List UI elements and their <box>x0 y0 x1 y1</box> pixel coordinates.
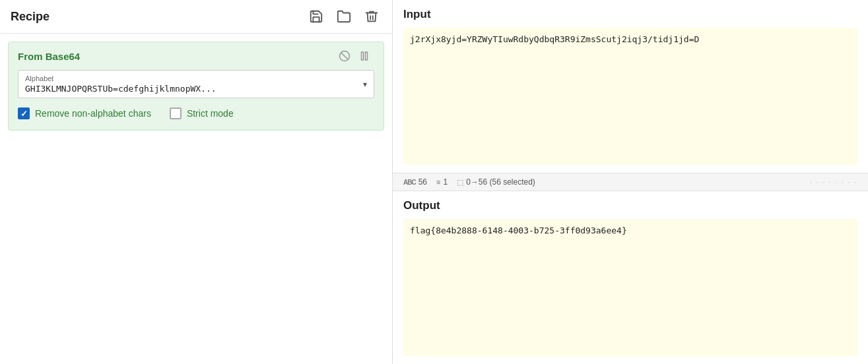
abc-icon: ABC <box>403 179 416 186</box>
remove-non-alphabet-check-box: ✓ <box>18 107 30 119</box>
input-textarea[interactable] <box>403 28 857 165</box>
input-section: Input <box>393 0 868 173</box>
strict-mode-label: Strict mode <box>187 108 234 119</box>
delete-button[interactable] <box>362 7 382 26</box>
alphabet-label: Alphabet <box>25 75 367 82</box>
char-count: 56 <box>418 177 427 187</box>
output-textarea[interactable] <box>403 219 857 356</box>
selection-icon: ⬚ <box>457 178 463 187</box>
left-panel: Recipe From Base64 <box>0 0 393 364</box>
status-abc: ABC 56 <box>403 177 427 187</box>
checkboxes-row: ✓ Remove non-alphabet chars ✓ Strict mod… <box>18 107 374 119</box>
status-selection: ⬚ 0→56 (56 selected) <box>457 177 535 187</box>
svg-rect-3 <box>366 52 368 60</box>
selection-range: 0→56 (56 selected) <box>466 177 535 187</box>
status-lines: ≡ 1 <box>436 177 448 187</box>
recipe-title: Recipe <box>11 10 298 24</box>
input-title: Input <box>403 8 857 21</box>
pause-button[interactable] <box>354 49 374 63</box>
save-button[interactable] <box>306 7 326 26</box>
output-title: Output <box>403 199 857 212</box>
svg-line-1 <box>341 53 349 60</box>
status-bar: ABC 56 ≡ 1 ⬚ 0→56 (56 selected) · · · · … <box>393 173 868 191</box>
recipe-header: Recipe <box>0 0 392 34</box>
remove-non-alphabet-label: Remove non-alphabet chars <box>35 108 151 119</box>
disable-button[interactable] <box>335 49 354 63</box>
chevron-down-icon: ▾ <box>363 80 367 89</box>
alphabet-value: GHI3KLMNJOPQRSTUb=cdefghijklmnopWX... <box>25 84 367 94</box>
strict-mode-check-box: ✓ <box>170 107 182 119</box>
alphabet-dropdown[interactable]: Alphabet GHI3KLMNJOPQRSTUb=cdefghijklmno… <box>18 70 374 98</box>
operation-header: From Base64 <box>18 49 374 63</box>
strict-mode-checkbox[interactable]: ✓ Strict mode <box>170 107 234 119</box>
operation-title: From Base64 <box>18 51 335 62</box>
svg-rect-2 <box>362 52 364 60</box>
open-button[interactable] <box>334 7 354 26</box>
operation-card: From Base64 Alphabet GHI3KLMNJOPQRSTUb=c… <box>8 42 384 131</box>
lines-icon: ≡ <box>436 178 440 186</box>
remove-non-alphabet-checkbox[interactable]: ✓ Remove non-alphabet chars <box>18 107 151 119</box>
right-panel: Input ABC 56 ≡ 1 ⬚ 0→56 (56 selected) · … <box>393 0 868 364</box>
output-section: Output <box>393 191 868 364</box>
status-dots: · · · · · · · · <box>810 179 857 186</box>
line-count: 1 <box>443 177 448 187</box>
